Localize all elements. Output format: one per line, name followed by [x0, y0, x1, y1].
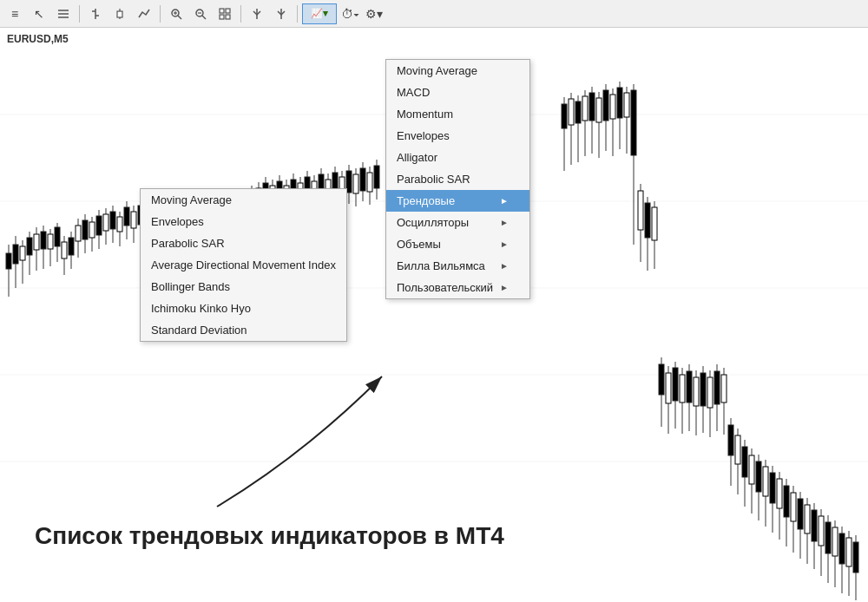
- svg-rect-200: [784, 486, 789, 517]
- sep1: [79, 5, 80, 23]
- svg-rect-180: [714, 371, 720, 404]
- toolbar-insert-indicator[interactable]: 📈▾: [302, 3, 337, 24]
- svg-rect-52: [89, 222, 95, 238]
- svg-rect-144: [589, 93, 595, 121]
- svg-rect-168: [673, 368, 678, 401]
- submenu-arrow-billa: ►: [500, 261, 509, 271]
- svg-rect-146: [596, 98, 602, 122]
- menu-item-trendovye[interactable]: Трендовые ►: [386, 190, 529, 212]
- svg-rect-28: [6, 253, 11, 269]
- svg-rect-17: [226, 9, 230, 13]
- svg-rect-48: [76, 226, 81, 241]
- toolbar-zoom-out[interactable]: [189, 3, 212, 24]
- menu-item-oscillatory[interactable]: Осцилляторы ►: [386, 212, 529, 233]
- svg-rect-128: [353, 174, 358, 193]
- submenu-arrow-oscillatory: ►: [500, 218, 509, 227]
- svg-rect-202: [791, 493, 796, 521]
- toolbar-zoom-in[interactable]: [165, 3, 187, 24]
- svg-rect-19: [226, 15, 230, 19]
- svg-line-14: [202, 16, 206, 19]
- svg-rect-58: [110, 212, 115, 229]
- svg-rect-50: [82, 220, 88, 239]
- svg-rect-136: [562, 104, 567, 128]
- svg-rect-150: [610, 95, 615, 119]
- toolbar-tools[interactable]: [52, 3, 75, 24]
- svg-rect-160: [645, 203, 650, 238]
- svg-rect-176: [700, 373, 706, 406]
- svg-rect-30: [13, 245, 18, 264]
- menu-item-momentum[interactable]: Momentum: [386, 103, 529, 125]
- svg-rect-140: [575, 101, 581, 123]
- svg-rect-190: [749, 455, 754, 484]
- svg-rect-142: [582, 96, 588, 121]
- svg-rect-172: [687, 371, 692, 402]
- submenu-arrow-trendovye: ►: [500, 196, 509, 206]
- svg-rect-204: [798, 499, 803, 529]
- toolbar-candle[interactable]: [108, 3, 131, 24]
- svg-rect-18: [220, 15, 224, 19]
- svg-rect-6: [117, 11, 122, 17]
- svg-rect-218: [846, 538, 852, 566]
- svg-rect-64: [131, 212, 136, 228]
- menu-item-moving-average-2[interactable]: Moving Average: [141, 189, 346, 211]
- menu-item-parabolic-sar-2[interactable]: Parabolic SAR: [141, 232, 346, 254]
- toolbar-period-left[interactable]: [246, 3, 268, 24]
- svg-rect-130: [360, 168, 365, 191]
- svg-rect-32: [20, 246, 25, 260]
- menu-item-admi[interactable]: Average Directional Movement Index: [141, 254, 346, 276]
- menu-item-std-dev[interactable]: Standard Deviation: [141, 319, 346, 341]
- toolbar-period-right[interactable]: [270, 3, 293, 24]
- svg-rect-182: [721, 375, 727, 402]
- menu-item-billa[interactable]: Билла Вильямса ►: [386, 255, 529, 277]
- svg-rect-158: [638, 191, 643, 230]
- menu-item-envelopes[interactable]: Envelopes: [386, 125, 529, 147]
- svg-rect-178: [707, 377, 713, 408]
- svg-rect-44: [62, 242, 67, 258]
- svg-rect-56: [103, 214, 108, 231]
- svg-rect-188: [742, 447, 747, 477]
- menu-item-ichimoku[interactable]: Ichimoku Kinko Hyo: [141, 298, 346, 319]
- menu-item-bollinger[interactable]: Bollinger Bands: [141, 276, 346, 298]
- sep2: [160, 5, 161, 23]
- svg-rect-36: [34, 234, 39, 250]
- svg-rect-164: [659, 364, 664, 395]
- svg-rect-34: [27, 238, 32, 255]
- svg-rect-170: [680, 375, 685, 402]
- svg-rect-148: [603, 90, 608, 121]
- menu-item-volumes[interactable]: Объемы ►: [386, 233, 529, 255]
- menu-item-custom[interactable]: Пользовательский ►: [386, 277, 529, 298]
- toolbar-clock[interactable]: ⏱▾: [339, 3, 361, 24]
- svg-rect-138: [569, 99, 574, 125]
- svg-rect-42: [55, 227, 60, 246]
- menu-item-alligator[interactable]: Alligator: [386, 147, 529, 168]
- toolbar: ≡ ↖ 📈▾ ⏱▾ ⚙▾: [0, 0, 868, 28]
- svg-rect-132: [367, 173, 372, 192]
- svg-rect-208: [812, 510, 817, 541]
- svg-rect-162: [652, 207, 657, 240]
- svg-rect-212: [825, 522, 831, 553]
- svg-rect-216: [839, 533, 845, 564]
- svg-rect-134: [374, 166, 379, 188]
- svg-rect-60: [117, 217, 122, 232]
- svg-rect-38: [41, 232, 46, 249]
- toolbar-grid[interactable]: [214, 3, 236, 24]
- svg-rect-206: [805, 505, 810, 533]
- secondary-menu: Moving Average Envelopes Parabolic SAR A…: [140, 188, 347, 342]
- svg-rect-194: [763, 467, 768, 496]
- svg-rect-214: [832, 527, 838, 556]
- toolbar-cursor[interactable]: ↖: [28, 3, 50, 24]
- menu-container: Moving Average MACD Momentum Envelopes A…: [385, 59, 530, 299]
- svg-rect-192: [756, 461, 761, 492]
- menu-item-envelopes-2[interactable]: Envelopes: [141, 211, 346, 232]
- menu-item-moving-average[interactable]: Moving Average: [386, 60, 529, 82]
- toolbar-lines[interactable]: ≡: [3, 3, 26, 24]
- svg-rect-220: [853, 542, 858, 573]
- toolbar-bar[interactable]: [84, 3, 107, 24]
- toolbar-line-chart[interactable]: [133, 3, 155, 24]
- svg-rect-156: [631, 90, 636, 155]
- toolbar-settings[interactable]: ⚙▾: [363, 3, 385, 24]
- svg-rect-186: [735, 435, 740, 464]
- menu-item-macd[interactable]: MACD: [386, 82, 529, 103]
- menu-item-parabolic-sar[interactable]: Parabolic SAR: [386, 168, 529, 190]
- svg-rect-184: [728, 425, 733, 455]
